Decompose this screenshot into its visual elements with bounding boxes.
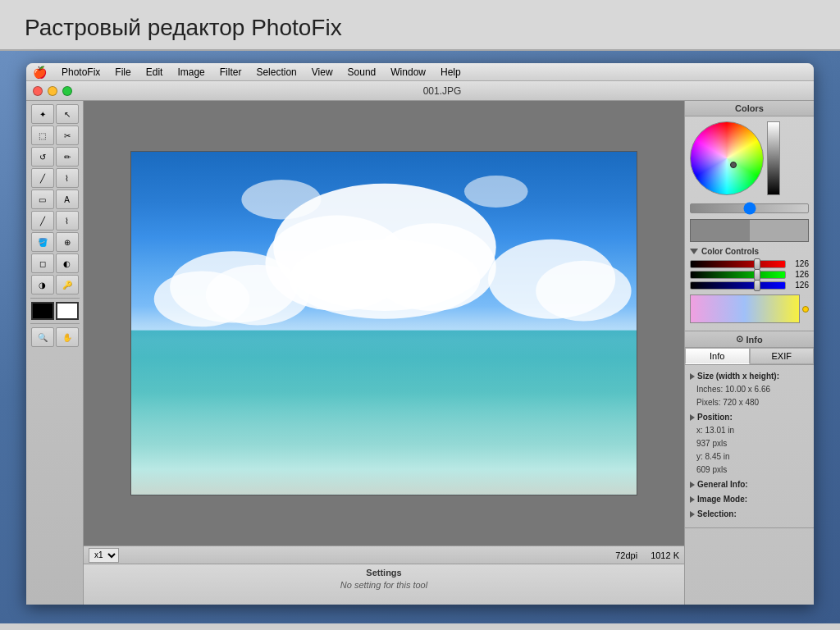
tool-marquee[interactable]: ⬚: [31, 126, 54, 145]
info-header: ⊙ Info: [685, 331, 814, 348]
pixels-line: Pixels: 720 x 480: [690, 396, 809, 409]
window-title: 001.JPG: [77, 85, 807, 97]
color-controls-label: Color Controls: [701, 247, 759, 256]
tool-wand[interactable]: ✏: [56, 147, 79, 167]
menu-sound[interactable]: Sound: [341, 65, 383, 80]
color-preview-box[interactable]: [690, 219, 809, 242]
svg-point-1: [266, 216, 409, 311]
settings-title: Settings: [87, 568, 681, 578]
color-controls-header: Color Controls: [685, 244, 814, 258]
minimize-button[interactable]: [48, 86, 57, 96]
tool-hand[interactable]: ✋: [56, 327, 79, 347]
tool-row-9: ◑ 🔑: [31, 275, 79, 294]
pos-x-in: x: 13.01 in: [690, 424, 809, 437]
zoom-select[interactable]: x1 x2 x4: [89, 548, 119, 563]
image-container[interactable]: [84, 101, 684, 546]
tool-bucket[interactable]: 🪣: [31, 232, 54, 252]
tool-text[interactable]: A: [56, 189, 79, 209]
tool-smudge[interactable]: ◐: [56, 253, 79, 273]
hue-sliders-area: [685, 200, 814, 217]
red-track[interactable]: [690, 260, 786, 268]
tool-curve[interactable]: ⌇: [56, 168, 79, 188]
menu-file[interactable]: File: [108, 65, 137, 80]
svg-point-5: [154, 271, 249, 326]
window-chrome: 001.JPG: [26, 81, 814, 101]
blue-track[interactable]: [690, 281, 786, 290]
menu-edit[interactable]: Edit: [139, 65, 170, 80]
tool-row-1: ✦ ↖: [31, 104, 79, 124]
close-button[interactable]: [33, 86, 43, 96]
menu-selection[interactable]: Selection: [249, 65, 303, 80]
image-canvas: [130, 151, 637, 495]
colors-section: Colors: [685, 101, 814, 331]
size-label: 1012 K: [651, 550, 679, 560]
menu-photofix[interactable]: PhotoFix: [55, 65, 107, 80]
menu-window[interactable]: Window: [384, 65, 432, 80]
tool-pen[interactable]: ╱: [31, 211, 54, 231]
tool-rotate[interactable]: ↺: [31, 147, 54, 167]
svg-point-10: [464, 176, 528, 208]
tool-row-zoom: 🔍 ✋: [31, 327, 79, 347]
color-wheel-container: [685, 116, 814, 200]
tool-brush[interactable]: ⌇: [56, 211, 79, 231]
color-wheel[interactable]: [690, 121, 764, 195]
tool-row-7: 🪣 ⊕: [31, 232, 79, 252]
hue-slider[interactable]: [690, 203, 809, 213]
green-value: 126: [789, 270, 809, 279]
color-wheel-dot[interactable]: [730, 162, 737, 168]
tool-rect[interactable]: ▭: [31, 189, 54, 209]
tool-eraser[interactable]: ◻: [31, 253, 54, 273]
red-thumb[interactable]: [754, 258, 760, 270]
tool-row-6: ╱ ⌇: [31, 211, 79, 231]
color-swatches: [31, 302, 79, 320]
maximize-button[interactable]: [62, 86, 72, 96]
general-info-label: General Info:: [697, 478, 748, 491]
pos-x-px: 937 pxls: [690, 437, 809, 450]
hue-slider-row: [690, 203, 809, 213]
tool-zoom[interactable]: 🔍: [31, 327, 54, 347]
tool-stamp[interactable]: ⊕: [56, 232, 79, 252]
background-swatch[interactable]: [56, 302, 79, 320]
blue-thumb[interactable]: [754, 280, 760, 291]
menu-view[interactable]: View: [305, 65, 340, 80]
red-value: 126: [789, 259, 809, 268]
svg-point-3: [290, 240, 481, 319]
tool-crop[interactable]: ✂: [56, 126, 79, 145]
status-bar: x1 x2 x4 72dpi 1012 K: [84, 546, 684, 564]
red-slider-row: 126: [685, 258, 814, 269]
info-tabs: Info EXIF: [685, 348, 814, 365]
info-content: Size (width x height): Inches: 10.00 x 6…: [685, 365, 814, 524]
tool-row-4: ╱ ⌇: [31, 168, 79, 188]
tool-line[interactable]: ╱: [31, 168, 54, 188]
foreground-swatch[interactable]: [31, 302, 54, 320]
svg-point-0: [273, 184, 496, 311]
size-header: Size (width x height):: [690, 370, 809, 383]
info-header-icon: ⊙: [736, 334, 743, 345]
settings-text: No setting for this tool: [87, 580, 681, 590]
menu-filter[interactable]: Filter: [213, 65, 249, 80]
apple-icon[interactable]: 🍎: [33, 66, 47, 79]
title-bar: Растровый редактор PhotoFix: [0, 0, 840, 51]
toolbar-separator-2: [30, 323, 80, 324]
tool-blur[interactable]: ◑: [31, 275, 54, 294]
triangle-r-size: [690, 373, 695, 380]
green-track[interactable]: [690, 271, 786, 279]
brightness-slider[interactable]: [767, 121, 780, 195]
tool-row-3: ↺ ✏: [31, 147, 79, 167]
menu-bar: 🍎 PhotoFix File Edit Image Filter Select…: [26, 63, 814, 81]
svg-point-2: [369, 223, 496, 311]
menu-help[interactable]: Help: [434, 65, 468, 80]
color-indicator-dot: [802, 306, 809, 313]
toolbar-separator: [30, 298, 80, 299]
tool-lasso[interactable]: ✦: [31, 104, 54, 124]
menu-image[interactable]: Image: [171, 65, 211, 80]
tool-burn[interactable]: 🔑: [56, 275, 79, 294]
tab-exif[interactable]: EXIF: [750, 348, 815, 364]
tool-pointer[interactable]: ↖: [56, 104, 79, 124]
tab-info[interactable]: Info: [685, 348, 750, 364]
triangle-icon: [690, 249, 698, 254]
page-title: Растровый редактор PhotoFix: [25, 15, 815, 41]
size-header-label: Size (width x height):: [697, 370, 779, 383]
green-thumb[interactable]: [754, 269, 760, 281]
green-slider-row: 126: [685, 269, 814, 280]
